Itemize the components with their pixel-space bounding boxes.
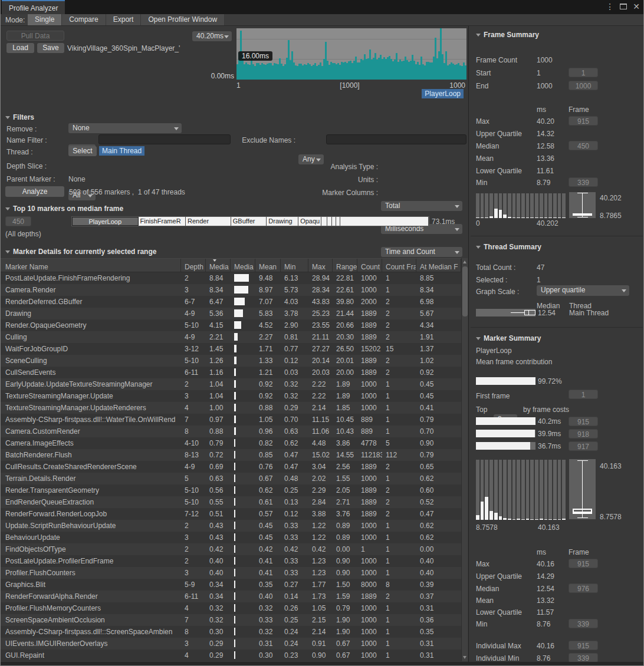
column-header-min[interactable]: Min <box>281 259 308 272</box>
goto-frame-button[interactable]: 915 <box>569 417 598 426</box>
goto-frame-button[interactable]: 915 <box>569 559 598 568</box>
table-row[interactable]: PostLateUpdate.ProfilerEndFrame20.400.41… <box>1 555 461 567</box>
table-row[interactable]: Profiler.FlushCounters30.400.410.331.230… <box>1 567 461 579</box>
pull-data-button[interactable]: Pull Data <box>6 31 64 41</box>
marker-summary-foldout[interactable]: Marker Summary <box>476 334 541 342</box>
graph-scale-dropdown[interactable]: Upper quartile <box>537 285 629 296</box>
table-row[interactable]: SceneCulling5-101.261.330.1220.1420.0118… <box>1 355 461 367</box>
column-header-range[interactable]: Range <box>333 259 357 272</box>
top10-segment-opaqu[interactable]: Opaqu <box>298 217 321 226</box>
filters-foldout[interactable]: Filters <box>5 113 34 121</box>
column-header-max[interactable]: Max <box>308 259 333 272</box>
table-row[interactable]: RenderForwardAlpha.Render6-110.340.400.1… <box>1 591 461 602</box>
table-row[interactable]: Assembly-CSharp-firstpass.dll!::ScreenSp… <box>1 626 461 638</box>
top10-segment-finishframer[interactable]: FinishFrameR <box>139 217 186 226</box>
scroll-up-icon[interactable] <box>463 261 466 263</box>
save-button[interactable]: Save <box>37 43 64 53</box>
kebab-menu-icon[interactable]: ⋮ <box>606 1 614 12</box>
right-panel: Frame Summary Frame Count1000Start11End1… <box>468 26 644 662</box>
table-row[interactable]: PostLateUpdate.FinishFrameRendering28.84… <box>1 272 461 284</box>
thread-summary-foldout[interactable]: Thread Summary <box>476 243 541 251</box>
thread-select-button[interactable]: Select <box>68 146 97 156</box>
table-row[interactable]: Camera.ImageEffects4-100.790.820.624.483… <box>1 437 461 449</box>
frame-range-dropdown[interactable]: 40.20ms <box>192 31 232 41</box>
table-row[interactable]: GUI.Repaint40.290.300.230.900.67100010.3… <box>1 649 461 661</box>
maximize-icon[interactable] <box>620 4 627 9</box>
column-header-at-median-frame[interactable]: At Median F <box>416 259 461 272</box>
table-row[interactable]: RenderForward.RenderLoopJob7-120.510.570… <box>1 508 461 520</box>
table-row[interactable]: Graphics.Blit5-90.340.350.271.771.508000… <box>1 579 461 591</box>
table-row[interactable]: Camera.Render38.348.975.7328.3422.611000… <box>1 284 461 296</box>
first-frame-button[interactable]: 1 <box>569 390 598 399</box>
close-icon[interactable]: ✕ <box>633 1 640 12</box>
remove-dropdown[interactable]: None <box>68 123 182 133</box>
table-row[interactable]: TextureStreamingManager.Update31.040.920… <box>1 390 461 402</box>
table-row[interactable]: ScreenSpaceAmbientOcclusion70.320.330.25… <box>1 614 461 626</box>
vertical-scrollbar[interactable] <box>461 258 468 661</box>
table-row[interactable]: Assembly-CSharp-firstpass.dll!::WaterTil… <box>1 414 461 426</box>
mode-button-single[interactable]: Single <box>28 14 62 25</box>
column-header-marker-name[interactable]: Marker Name <box>1 259 181 272</box>
analyze-button[interactable]: Analyze <box>5 186 64 197</box>
top10-segment-playerloop[interactable]: PlayerLoop <box>72 217 139 226</box>
goto-frame-button[interactable]: 915 <box>569 641 598 650</box>
top10-segment-render[interactable]: Render <box>186 217 231 226</box>
cell-max: 20.14 <box>308 355 333 367</box>
table-row[interactable]: Terrain.Details.Render50.630.670.482.021… <box>1 473 461 484</box>
table-row[interactable]: Render.OpaqueGeometry5-104.154.522.9023.… <box>1 319 461 331</box>
goto-frame-button[interactable]: 918 <box>569 429 598 438</box>
goto-frame-button[interactable]: 976 <box>569 583 598 593</box>
goto-frame-button[interactable]: 917 <box>569 441 598 451</box>
scroll-down-icon[interactable] <box>463 656 466 659</box>
table-row[interactable]: TextureStreamingManager.UpdateRenderers4… <box>1 402 461 414</box>
column-header-mean[interactable]: Mean <box>255 259 281 272</box>
goto-frame-button[interactable]: 339 <box>569 619 598 628</box>
column-header-median[interactable]: Media <box>206 259 231 272</box>
table-row[interactable]: EarlyUpdate.UpdateTextureStreamingManage… <box>1 378 461 390</box>
goto-frame-button[interactable]: 339 <box>569 653 598 662</box>
top10-segment-gbuffer[interactable]: GBuffer <box>231 217 267 226</box>
table-row[interactable]: BehaviourUpdate30.430.450.331.220.891000… <box>1 532 461 543</box>
goto-frame-button[interactable]: 915 <box>569 116 598 126</box>
column-header-count[interactable]: Count <box>357 259 382 272</box>
marker-details-foldout[interactable]: Marker Details for currently selected ra… <box>5 248 156 256</box>
table-row[interactable]: EndRenderQueueExtraction5-100.550.610.13… <box>1 496 461 508</box>
goto-frame-button[interactable]: 1 <box>569 68 598 77</box>
column-header-count-frame[interactable]: Count Fra <box>382 259 416 272</box>
frame-summary-foldout[interactable]: Frame Summary <box>476 31 539 39</box>
median-frame-badge[interactable]: 450 <box>5 216 31 226</box>
top10-segment[interactable] <box>327 217 332 226</box>
column-header-depth[interactable]: Depth <box>181 259 206 272</box>
table-row[interactable]: RenderDeferred.GBuffer6-76.477.074.0343.… <box>1 296 461 308</box>
window-tab[interactable]: Profile Analyzer <box>2 0 65 14</box>
table-row[interactable]: Render.TransparentGeometry5-100.560.620.… <box>1 484 461 496</box>
cell-max: 1.22 <box>308 532 333 543</box>
mode-button-export[interactable]: Export <box>106 14 142 25</box>
top10-foldout[interactable]: Top 10 markers on median frame <box>5 205 123 213</box>
name-filter-input[interactable] <box>98 134 231 144</box>
top10-segment[interactable] <box>321 217 327 226</box>
table-row[interactable]: BatchRenderer.Flush8-130.720.850.4715.02… <box>1 449 461 461</box>
top10-segment-drawing[interactable]: Drawing <box>267 217 298 226</box>
mode-button-compare[interactable]: Compare <box>62 14 106 25</box>
top10-segment[interactable] <box>336 217 340 226</box>
table-row[interactable]: Culling4-92.212.270.8121.1120.30188921.9… <box>1 331 461 343</box>
top10-segment[interactable] <box>332 217 336 226</box>
exclude-names-input[interactable] <box>326 134 466 144</box>
table-row[interactable]: Profiler.FlushMemoryCounters40.320.320.2… <box>1 602 461 614</box>
goto-frame-button[interactable]: 1000 <box>569 81 598 90</box>
goto-frame-button[interactable]: 450 <box>569 141 598 150</box>
column-header-median-bar[interactable]: Media <box>231 259 255 272</box>
load-button[interactable]: Load <box>6 43 34 53</box>
goto-frame-button[interactable]: 339 <box>569 177 598 187</box>
scrollbar-thumb[interactable] <box>462 266 468 316</box>
mode-button-open-profiler-window[interactable]: Open Profiler Window <box>141 14 225 25</box>
table-row[interactable]: UIEvents.IMGUIRenderOverlays30.290.310.2… <box>1 638 461 649</box>
table-row[interactable]: FindObjectsOfType20.420.420.420.420.0011… <box>1 543 461 555</box>
table-row[interactable]: Camera.CustomRender80.880.960.6311.0610.… <box>1 426 461 437</box>
table-row[interactable]: WaitForJobGroupID3-121.451.710.7727.2726… <box>1 343 461 355</box>
table-row[interactable]: Drawing4-95.365.833.7825.2321.44188925.6… <box>1 308 461 319</box>
table-row[interactable]: Update.ScriptRunBehaviourUpdate20.430.45… <box>1 520 461 532</box>
table-row[interactable]: CullSendEvents6-111.161.210.0320.0320.00… <box>1 367 461 378</box>
table-row[interactable]: CullResults.CreateSharedRendererScene4-9… <box>1 461 461 473</box>
